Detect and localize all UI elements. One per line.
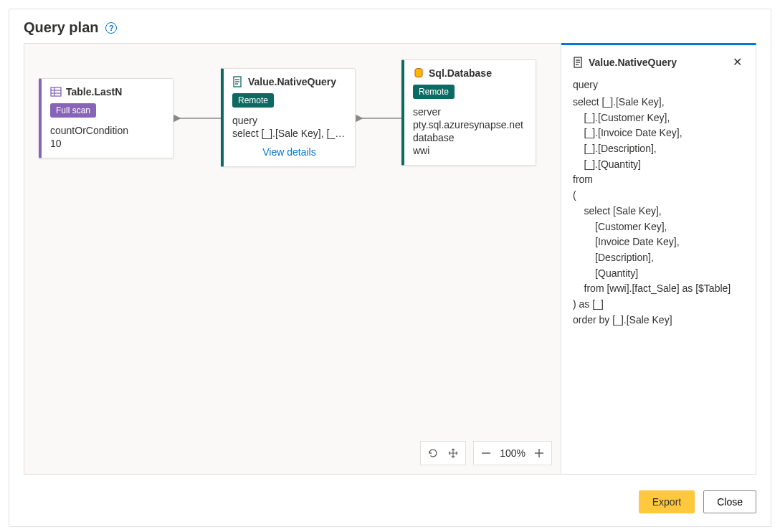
param-label: countOrCondition bbox=[50, 125, 164, 136]
dialog-header: Query plan ? bbox=[9, 9, 771, 43]
remote-badge: Remote bbox=[232, 93, 274, 108]
node-title: Value.NativeQuery bbox=[248, 76, 336, 87]
dialog-footer: Export Close bbox=[9, 483, 771, 526]
arrow-1 bbox=[173, 113, 221, 124]
view-details-link[interactable]: View details bbox=[232, 146, 346, 158]
param-value: select [_].[Sale Key], [_].... bbox=[232, 128, 346, 139]
fit-view-button[interactable] bbox=[447, 447, 460, 459]
svg-rect-0 bbox=[51, 87, 61, 96]
script-icon bbox=[232, 76, 244, 87]
details-title: Value.NativeQuery bbox=[589, 57, 677, 68]
node-table-lastn[interactable]: Table.LastN Full scan countOrCondition 1… bbox=[39, 78, 173, 158]
dialog-body: Table.LastN Full scan countOrCondition 1… bbox=[9, 43, 771, 483]
node-title: Sql.Database bbox=[429, 67, 492, 79]
zoom-out-button[interactable] bbox=[480, 448, 493, 458]
node-title: Table.LastN bbox=[66, 86, 122, 98]
reset-view-button[interactable] bbox=[427, 447, 439, 459]
node-sql-database[interactable]: Sql.Database Remote server pty.sql.azure… bbox=[401, 60, 536, 166]
database-value: wwi bbox=[413, 145, 527, 156]
database-label: database bbox=[413, 132, 527, 143]
zoom-in-button[interactable] bbox=[533, 448, 546, 458]
script-icon bbox=[573, 57, 584, 68]
zoom-level: 100% bbox=[500, 447, 525, 459]
param-value: 10 bbox=[50, 138, 164, 149]
arrow-2 bbox=[356, 113, 401, 124]
help-icon[interactable]: ? bbox=[105, 22, 117, 34]
param-label: query bbox=[232, 115, 346, 126]
plan-canvas[interactable]: Table.LastN Full scan countOrCondition 1… bbox=[24, 43, 561, 475]
dialog-title: Query plan bbox=[24, 19, 98, 36]
server-label: server bbox=[413, 106, 527, 118]
details-pane: Value.NativeQuery ✕ query select [_].[Sa… bbox=[561, 43, 756, 475]
server-value: pty.sql.azuresynapse.net bbox=[413, 119, 527, 130]
query-plan-dialog: Query plan ? Table.LastN Fu bbox=[9, 9, 771, 527]
node-native-query[interactable]: Value.NativeQuery Remote query select [_… bbox=[221, 68, 356, 167]
close-details-button[interactable]: ✕ bbox=[730, 55, 744, 69]
export-button[interactable]: Export bbox=[639, 490, 695, 513]
details-body: select [_].[Sale Key], [_].[Customer Key… bbox=[573, 95, 744, 328]
close-button[interactable]: Close bbox=[703, 490, 756, 513]
zoom-toolbar: 100% bbox=[420, 441, 552, 465]
remote-badge: Remote bbox=[413, 85, 455, 99]
details-label: query bbox=[573, 79, 744, 90]
database-icon bbox=[413, 67, 424, 79]
full-scan-badge: Full scan bbox=[50, 103, 96, 118]
table-icon bbox=[50, 86, 62, 98]
